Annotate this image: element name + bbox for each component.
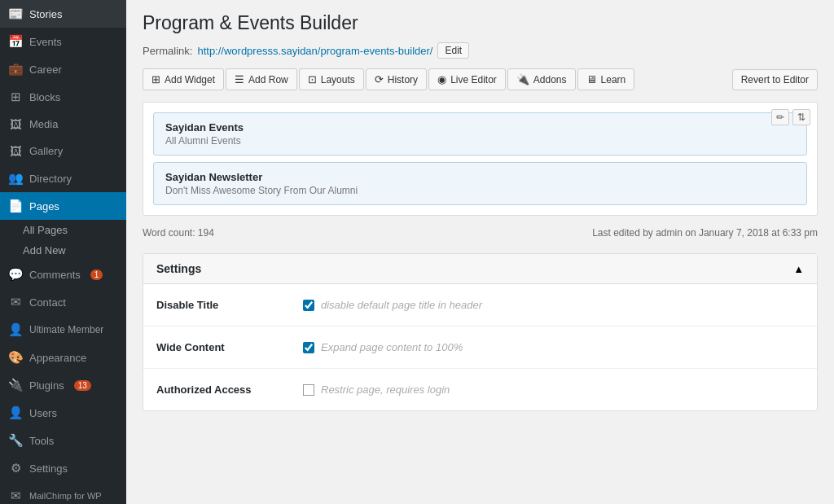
page-title: Program & Events Builder: [143, 12, 818, 34]
sidebar-item-blocks[interactable]: ⊞ Blocks: [0, 83, 126, 111]
wordcount: Word count: 194: [143, 227, 214, 239]
add-row-icon: ☰: [235, 73, 244, 85]
add-widget-icon: ⊞: [151, 73, 160, 85]
permalink-bar: Permalink: http://wordpresss.sayidan/pro…: [143, 42, 818, 59]
edit-icon-button[interactable]: ✏: [771, 109, 789, 125]
revert-to-editor-button[interactable]: Revert to Editor: [732, 69, 818, 90]
learn-icon: 🖥: [586, 73, 597, 85]
settings-row-disable-title: Disable Title disable default page title…: [143, 284, 817, 327]
settings-control-wide-content: Expand page content to 100%: [303, 341, 463, 353]
sidebar-item-settings[interactable]: ⚙ Settings: [0, 454, 126, 482]
settings-control-authorized-access: Restric page, requires login: [303, 383, 450, 396]
events-icon: 📅: [8, 34, 23, 49]
live-editor-button[interactable]: ◉ Live Editor: [428, 68, 506, 90]
settings-label-authorized-access: Authorized Access: [156, 383, 287, 396]
wordcount-bar: Word count: 194 Last edited by admin on …: [143, 224, 818, 242]
sidebar-item-mailchimp[interactable]: ✉ MailChimp for WP: [0, 482, 126, 504]
history-icon: ⟳: [375, 73, 384, 85]
settings-icon: ⚙: [8, 461, 23, 476]
widget-title-events: Sayidan Events: [165, 121, 795, 134]
ultimate-member-icon: 👤: [8, 322, 23, 337]
users-icon: 👤: [8, 405, 23, 420]
directory-icon: 👥: [8, 171, 23, 186]
settings-label-wide-content: Wide Content: [156, 341, 287, 353]
history-button[interactable]: ⟳ History: [366, 68, 427, 90]
layouts-button[interactable]: ⊡ Layouts: [299, 68, 364, 90]
learn-button[interactable]: 🖥 Learn: [577, 68, 635, 90]
media-icon: 🖼: [8, 117, 23, 131]
builder-toolbar: ⊞ Add Widget ☰ Add Row ⊡ Layouts ⟳ Histo…: [143, 68, 818, 90]
sidebar-item-comments[interactable]: 💬 Comments 1: [0, 261, 126, 288]
permalink-label: Permalink:: [143, 45, 192, 57]
sidebar-item-appearance[interactable]: 🎨 Appearance: [0, 344, 126, 371]
layouts-icon: ⊡: [308, 73, 317, 85]
addons-button[interactable]: 🔌 Addons: [507, 68, 576, 90]
settings-body: Disable Title disable default page title…: [143, 284, 817, 410]
comments-icon: 💬: [8, 267, 23, 282]
permalink-url[interactable]: http://wordpresss.sayidan/program-events…: [197, 45, 432, 57]
gallery-icon: 🖼: [8, 144, 23, 158]
stories-icon: 📰: [8, 7, 23, 21]
sidebar-item-media[interactable]: 🖼 Media: [0, 111, 126, 138]
mailchimp-icon: ✉: [8, 489, 23, 503]
widget-row-events: Sayidan Events All Alumni Events: [153, 112, 807, 156]
add-widget-button[interactable]: ⊞ Add Widget: [143, 68, 224, 90]
addons-icon: 🔌: [516, 73, 529, 85]
widget-subtitle-events: All Alumni Events: [165, 135, 795, 147]
sidebar-item-ultimate-member[interactable]: 👤 Ultimate Member: [0, 316, 126, 344]
plugins-badge: 13: [74, 380, 91, 391]
settings-row-wide-content: Wide Content Expand page content to 100%: [143, 327, 817, 369]
sidebar-item-contact[interactable]: ✉ Contact: [0, 288, 126, 316]
pages-icon: 📄: [8, 199, 23, 213]
sidebar-item-directory[interactable]: 👥 Directory: [0, 164, 126, 192]
wide-content-checkbox[interactable]: [303, 342, 314, 353]
widget-subtitle-newsletter: Don't Miss Awesome Story From Our Alumni: [165, 185, 795, 196]
settings-label-disable-title: Disable Title: [156, 299, 287, 311]
edit-permalink-button[interactable]: Edit: [437, 42, 469, 59]
live-editor-icon: ◉: [437, 73, 446, 85]
settings-title: Settings: [156, 262, 201, 275]
sidebar-item-pages[interactable]: 📄 Pages: [0, 192, 126, 220]
builder-area: ✏ ⇅ Sayidan Events All Alumni Events Say…: [143, 102, 818, 216]
sidebar-item-gallery[interactable]: 🖼 Gallery: [0, 138, 126, 164]
tools-icon: 🔧: [8, 433, 23, 448]
widget-row-newsletter: Sayidan Newsletter Don't Miss Awesome St…: [153, 162, 807, 205]
main-content: Program & Events Builder Permalink: http…: [126, 0, 834, 504]
sidebar-item-tools[interactable]: 🔧 Tools: [0, 427, 126, 454]
career-icon: 💼: [8, 62, 23, 77]
settings-control-disable-title: disable default page title in header: [303, 299, 482, 311]
sidebar: 📰 Stories 📅 Events 💼 Career ⊞ Blocks 🖼 M…: [0, 0, 126, 504]
blocks-icon: ⊞: [8, 90, 23, 104]
widget-title-newsletter: Sayidan Newsletter: [165, 171, 795, 183]
settings-collapse-icon: ▲: [793, 263, 804, 275]
sidebar-item-career[interactable]: 💼 Career: [0, 55, 126, 83]
plugins-icon: 🔌: [8, 378, 23, 392]
authorized-access-checkbox[interactable]: [303, 384, 314, 396]
add-row-button[interactable]: ☰ Add Row: [226, 68, 297, 90]
sort-icon-button[interactable]: ⇅: [792, 109, 810, 125]
comments-badge: 1: [90, 270, 103, 280]
appearance-icon: 🎨: [8, 350, 23, 365]
sidebar-item-plugins[interactable]: 🔌 Plugins 13: [0, 371, 126, 399]
settings-row-authorized-access: Authorized Access Restric page, requires…: [143, 369, 817, 410]
authorized-access-text: Restric page, requires login: [321, 383, 450, 396]
last-edited: Last edited by admin on January 7, 2018 …: [592, 227, 818, 239]
sidebar-item-users[interactable]: 👤 Users: [0, 399, 126, 427]
wide-content-text: Expand page content to 100%: [321, 341, 463, 353]
disable-title-checkbox[interactable]: [303, 300, 314, 311]
sidebar-sub-all-pages[interactable]: All Pages: [0, 220, 126, 240]
settings-panel-header[interactable]: Settings ▲: [143, 254, 817, 284]
sidebar-sub-add-new[interactable]: Add New: [0, 240, 126, 261]
sidebar-item-events[interactable]: 📅 Events: [0, 28, 126, 55]
contact-icon: ✉: [8, 295, 23, 309]
disable-title-text: disable default page title in header: [321, 299, 482, 311]
sidebar-item-stories[interactable]: 📰 Stories: [0, 0, 126, 28]
builder-area-controls: ✏ ⇅: [771, 109, 810, 125]
settings-panel: Settings ▲ Disable Title disable default…: [143, 253, 818, 411]
